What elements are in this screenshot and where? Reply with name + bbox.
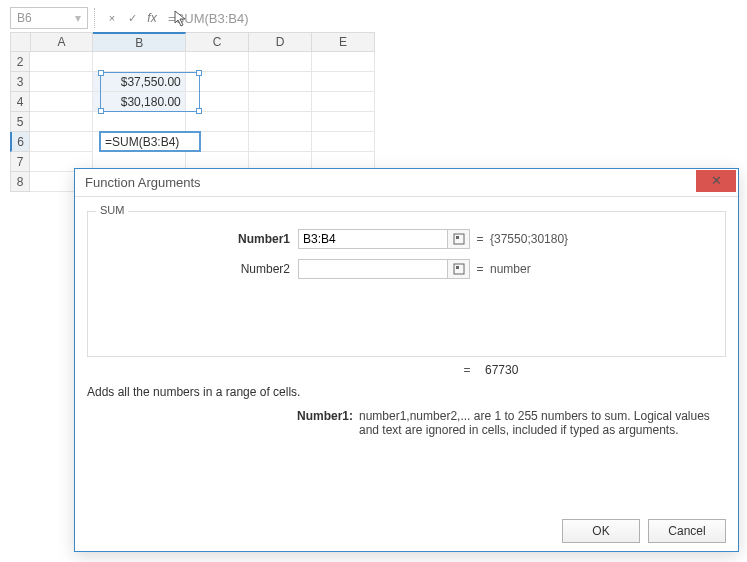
formula-bar-text[interactable]: =SUM(B3:B4) <box>168 11 249 26</box>
svg-rect-1 <box>456 236 459 239</box>
arg1-label: Number1 <box>98 232 298 246</box>
cancel-button[interactable]: Cancel <box>648 519 726 543</box>
param-help-name: Number1: <box>87 409 359 437</box>
range-picker-button[interactable] <box>448 259 470 279</box>
param-help-text: number1,number2,... are 1 to 255 numbers… <box>359 409 726 437</box>
row-header[interactable]: 7 <box>10 152 30 172</box>
ok-button[interactable]: OK <box>562 519 640 543</box>
select-all-corner[interactable] <box>10 32 31 52</box>
active-cell-B6[interactable]: =SUM(B3:B4) <box>99 131 201 152</box>
range-picker-button[interactable] <box>448 229 470 249</box>
name-box-value: B6 <box>17 11 32 25</box>
row-header[interactable]: 5 <box>10 112 30 132</box>
result-equals: = <box>457 363 477 377</box>
function-description: Adds all the numbers in a range of cells… <box>87 385 726 399</box>
function-arguments-dialog: Function Arguments ✕ SUM Number1 = {3755… <box>74 168 739 552</box>
dialog-title: Function Arguments <box>85 175 201 190</box>
arg2-input[interactable] <box>298 259 448 279</box>
cancel-formula-button[interactable]: × <box>103 9 121 27</box>
close-button[interactable]: ✕ <box>696 170 736 192</box>
cell-B4[interactable]: $30,180.00 <box>93 92 185 112</box>
col-header-E[interactable]: E <box>312 32 375 52</box>
cell-B3[interactable]: $37,550.00 <box>93 72 185 92</box>
range-picker-icon <box>453 263 465 275</box>
col-header-A[interactable]: A <box>31 32 94 52</box>
range-picker-icon <box>453 233 465 245</box>
argument-row: Number2 = number <box>98 256 715 282</box>
row-header[interactable]: 2 <box>10 52 30 72</box>
arg2-label: Number2 <box>98 262 298 276</box>
svg-rect-3 <box>456 266 459 269</box>
row-header[interactable]: 6 <box>10 132 30 152</box>
close-icon: ✕ <box>711 173 722 188</box>
argument-row: Number1 = {37550;30180} <box>98 226 715 252</box>
arguments-group: SUM Number1 = {37550;30180} Number2 = nu… <box>87 211 726 357</box>
equals-sign: = <box>470 232 490 246</box>
col-header-C[interactable]: C <box>186 32 249 52</box>
col-header-B[interactable]: B <box>93 32 186 52</box>
equals-sign: = <box>470 262 490 276</box>
arg1-input[interactable] <box>298 229 448 249</box>
col-header-D[interactable]: D <box>249 32 312 52</box>
accept-formula-button[interactable]: ✓ <box>123 9 141 27</box>
arg2-evaluated: number <box>490 262 531 276</box>
row-header[interactable]: 4 <box>10 92 30 112</box>
separator <box>94 8 98 28</box>
dialog-titlebar[interactable]: Function Arguments ✕ <box>75 169 738 197</box>
row-header[interactable]: 8 <box>10 172 30 192</box>
chevron-down-icon: ▾ <box>75 11 81 25</box>
arg1-evaluated: {37550;30180} <box>490 232 568 246</box>
fx-button[interactable]: fx <box>143 9 161 27</box>
name-box[interactable]: B6 ▾ <box>10 7 88 29</box>
result-value: 67730 <box>485 363 518 377</box>
function-name-legend: SUM <box>96 204 128 216</box>
row-header[interactable]: 3 <box>10 72 30 92</box>
